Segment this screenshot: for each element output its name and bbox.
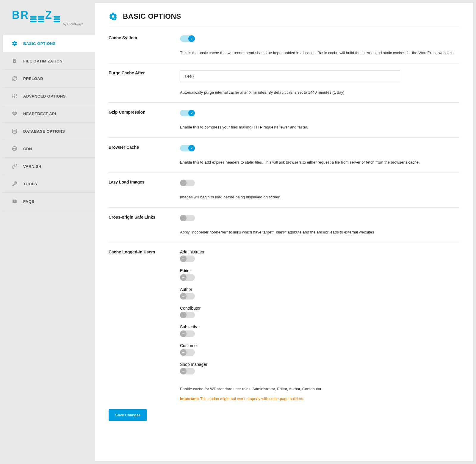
- svg-point-0: [14, 61, 15, 62]
- setting-label: Lazy Load Images: [109, 180, 180, 184]
- setting-label: Browser Cache: [109, 145, 180, 150]
- sidebar-item-label: TOOLS: [23, 182, 37, 186]
- role-name: Contributor: [180, 306, 460, 311]
- important-note: Important: This option might not work pr…: [180, 396, 460, 401]
- role-item: Editor: [180, 268, 460, 282]
- role-item: Contributor: [180, 306, 460, 319]
- sidebar-item-file-optimization[interactable]: FILE OPTIMIZATION: [3, 52, 95, 70]
- setting-cross-origin: Cross-origin Safe Links Apply "noopener …: [109, 208, 460, 243]
- setting-cache-logged: Cache Logged-in Users AdministratorEdito…: [109, 242, 460, 404]
- sidebar-item-preload[interactable]: PRELOAD: [3, 70, 95, 87]
- sidebar-item-label: VARNISH: [23, 164, 41, 169]
- browser-cache-toggle[interactable]: [180, 145, 195, 151]
- sidebar-item-varnish[interactable]: VARNISH: [3, 158, 95, 175]
- wave-icon: [38, 16, 44, 22]
- setting-desc: Images will begin to load before being d…: [180, 194, 460, 200]
- role-toggle[interactable]: [180, 255, 195, 262]
- setting-label: Cache System: [109, 35, 180, 40]
- logo: BR Z by Cloudways: [3, 3, 95, 35]
- main-panel: ? BASIC OPTIONS Cache System This is the…: [95, 3, 473, 461]
- file-gear-icon: [11, 58, 18, 64]
- sidebar-item-heartbeat-api[interactable]: HEARTBEAT API: [3, 105, 95, 123]
- important-label: Important:: [180, 396, 199, 401]
- lazy-load-toggle[interactable]: [180, 180, 195, 186]
- sidebar-item-label: ADVANCED OPTIONS: [23, 94, 66, 98]
- sidebar-item-label: FILE OPTIMIZATION: [23, 59, 62, 63]
- role-item: Author: [180, 287, 460, 300]
- sidebar-item-label: DATABASE OPTIONS: [23, 129, 65, 134]
- svg-text:?: ?: [114, 18, 116, 20]
- purge-cache-input[interactable]: [180, 70, 400, 82]
- sidebar-item-advanced-options[interactable]: ADVANCED OPTIONS: [3, 87, 95, 105]
- role-name: Subscriber: [180, 325, 460, 329]
- important-text: This option might not work properly with…: [199, 396, 304, 401]
- role-item: Administrator: [180, 250, 460, 263]
- role-toggle[interactable]: [180, 349, 195, 356]
- role-toggle[interactable]: [180, 274, 195, 281]
- setting-label: Cross-origin Safe Links: [109, 215, 180, 220]
- sidebar-item-faqs[interactable]: ?FAQS: [3, 193, 95, 210]
- wave-icon: [54, 16, 60, 22]
- sidebar-item-basic-options[interactable]: BASIC OPTIONS: [3, 35, 95, 52]
- heartbeat-icon: [11, 110, 18, 117]
- sidebar-item-label: HEARTBEAT API: [23, 112, 56, 116]
- role-list: AdministratorEditorAuthorContributorSubs…: [180, 250, 460, 375]
- gzip-toggle[interactable]: [180, 110, 195, 116]
- setting-label: Cache Logged-in Users: [109, 250, 180, 254]
- link-icon: [11, 163, 18, 170]
- role-item: Shop manager: [180, 362, 460, 375]
- sidebar-item-tools[interactable]: TOOLS: [3, 175, 95, 193]
- role-name: Author: [180, 287, 460, 292]
- sidebar-item-label: CDN: [23, 147, 32, 151]
- setting-desc: Apply "noopener noreferrer" to links whi…: [180, 229, 460, 235]
- setting-label: Purge Cache After: [109, 70, 180, 75]
- save-button[interactable]: Save Changes: [109, 409, 147, 421]
- wave-icon: [30, 16, 37, 22]
- gear-icon: [11, 40, 18, 47]
- svg-point-10: [12, 129, 17, 131]
- brand-name: BR: [12, 9, 29, 21]
- setting-desc: Enable cache for WP standard user roles:…: [180, 387, 460, 391]
- setting-lazy-load: Lazy Load Images Images will begin to lo…: [109, 173, 460, 208]
- sidebar-item-cdn[interactable]: CDN: [3, 140, 95, 158]
- role-toggle[interactable]: [180, 368, 195, 374]
- sidebar-item-label: FAQS: [23, 199, 34, 204]
- cross-origin-toggle[interactable]: [180, 215, 195, 221]
- setting-desc: This is the basic cache that we recommen…: [180, 50, 460, 56]
- gear-question-icon: ?: [109, 12, 118, 21]
- setting-desc: Automatically purge internal cache after…: [180, 90, 460, 95]
- page-header: ? BASIC OPTIONS: [109, 12, 460, 28]
- setting-browser-cache: Browser Cache Enable this to add expires…: [109, 138, 460, 173]
- faq-icon: ?: [11, 198, 18, 205]
- sliders-icon: [11, 93, 18, 99]
- sidebar-item-label: PRELOAD: [23, 76, 43, 81]
- role-toggle[interactable]: [180, 312, 195, 318]
- database-icon: [11, 128, 18, 134]
- setting-gzip: Gzip Compression Enable this to compress…: [109, 103, 460, 138]
- setting-cache-system: Cache System This is the basic cache tha…: [109, 28, 460, 63]
- nav-list: BASIC OPTIONSFILE OPTIMIZATIONPRELOADADV…: [3, 35, 95, 210]
- setting-desc: Enable this to add expires headers to st…: [180, 159, 460, 165]
- svg-text:?: ?: [14, 200, 15, 203]
- role-name: Customer: [180, 343, 460, 348]
- role-name: Editor: [180, 268, 460, 273]
- role-toggle[interactable]: [180, 330, 195, 337]
- role-item: Subscriber: [180, 325, 460, 338]
- sidebar-item-database-options[interactable]: DATABASE OPTIONS: [3, 123, 95, 140]
- role-item: Customer: [180, 343, 460, 357]
- tools-icon: [11, 181, 18, 187]
- cache-system-toggle[interactable]: [180, 35, 195, 42]
- role-toggle[interactable]: [180, 293, 195, 300]
- refresh-icon: [11, 75, 18, 82]
- brand-byline: by Cloudways: [12, 22, 83, 26]
- sidebar: BR Z by Cloudways BASIC OPTIONSFILE OPTI…: [3, 3, 95, 461]
- sidebar-item-label: BASIC OPTIONS: [23, 41, 56, 46]
- role-name: Shop manager: [180, 362, 460, 367]
- setting-desc: Enable this to compress your files makin…: [180, 124, 460, 130]
- page-title: BASIC OPTIONS: [123, 12, 181, 21]
- setting-label: Gzip Compression: [109, 110, 180, 115]
- role-name: Administrator: [180, 250, 460, 254]
- globe-icon: [11, 145, 18, 152]
- setting-purge-cache: Purge Cache After Automatically purge in…: [109, 63, 460, 103]
